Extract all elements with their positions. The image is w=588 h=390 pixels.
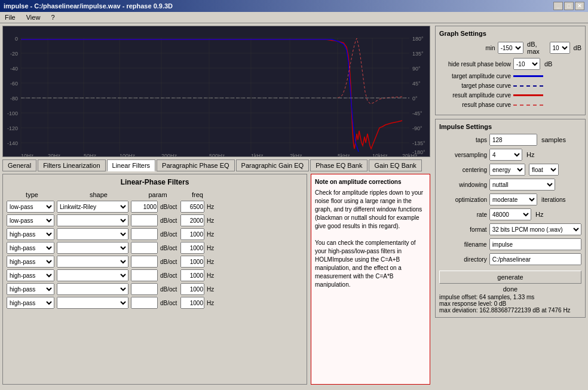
filter-shape-7[interactable]	[57, 297, 128, 309]
graph-max-select[interactable]: 10200	[550, 42, 570, 54]
col-header-type: type	[7, 191, 57, 198]
svg-text:-90°: -90°	[412, 125, 422, 131]
right-panel: Graph Settings min -150-100-80 dB, max 1…	[433, 23, 588, 387]
filter-freq-4[interactable]	[180, 256, 204, 268]
menu-help[interactable]: ?	[48, 13, 57, 22]
filter-param-7[interactable]	[131, 297, 158, 309]
svg-text:135°: 135°	[412, 51, 424, 57]
rate-select[interactable]: 480004410096000	[489, 208, 531, 220]
filter-type-6[interactable]: high-passlow-pass	[7, 283, 54, 295]
windowing-select[interactable]: nuttallblackmanhannrectangular	[489, 179, 555, 191]
filter-shape-6[interactable]	[57, 283, 128, 295]
filter-type-7[interactable]: high-passlow-pass	[7, 297, 54, 309]
filter-param-3[interactable]	[131, 242, 158, 254]
filter-freq-6[interactable]	[180, 283, 204, 295]
maximize-button[interactable]: □	[564, 2, 574, 10]
taps-input[interactable]	[489, 134, 537, 146]
graph-hide-select[interactable]: -10-20-30	[513, 58, 540, 70]
filter-param-1[interactable]	[131, 214, 158, 226]
filter-freq-7[interactable]	[180, 297, 204, 309]
versampling-select[interactable]: 4218	[489, 149, 522, 161]
graph-hide-unit: dB	[544, 60, 552, 67]
filters-header: type shape param freq	[7, 191, 303, 198]
filter-param-4[interactable]	[131, 256, 158, 268]
directory-input[interactable]	[489, 253, 581, 265]
filename-input[interactable]	[489, 238, 581, 250]
svg-text:-60: -60	[10, 81, 18, 87]
generate-button[interactable]: generate	[439, 271, 581, 284]
filter-type-0[interactable]: low-passhigh-pass	[7, 201, 54, 213]
centering-select1[interactable]: energypeakmanual	[489, 164, 525, 176]
graph-db-label2: dB	[574, 44, 581, 51]
filter-row-2: high-passlow-pass dB/oct Hz	[7, 228, 303, 240]
svg-text:10Hz: 10Hz	[21, 153, 34, 156]
centering-select2[interactable]: floatfixed	[529, 164, 559, 176]
tab-paragraphic-gain-eq[interactable]: Paragraphic Gain EQ	[236, 159, 310, 171]
filter-shape-4[interactable]	[57, 256, 128, 268]
format-select[interactable]: 32 bits LPCM mono (.wav)16 bits LPCM mon…	[489, 223, 581, 235]
svg-text:5kHz: 5kHz	[338, 153, 350, 156]
filter-param-5[interactable]	[131, 269, 158, 281]
svg-text:0: 0	[15, 36, 18, 42]
filter-param-2[interactable]	[131, 228, 158, 240]
graph-hide-row: hide result phase below -10-20-30 dB	[439, 58, 581, 70]
tab-general[interactable]: General	[2, 159, 36, 171]
filter-freq-3[interactable]	[180, 242, 204, 254]
filter-type-3[interactable]: high-passlow-pass	[7, 242, 54, 254]
tab-linear-filters[interactable]: Linear Filters	[107, 159, 156, 171]
filter-type-5[interactable]: high-passlow-pass	[7, 269, 54, 281]
taps-unit: samples	[541, 136, 566, 143]
filter-freq-2[interactable]	[180, 228, 204, 240]
impulse-settings-title: Impulse Settings	[439, 123, 581, 130]
svg-text:-40: -40	[10, 66, 18, 72]
bottom-area: Linear-Phase Filters type shape param fr…	[2, 174, 430, 385]
filter-type-4[interactable]: high-passlow-pass	[7, 256, 54, 268]
filter-row-5: high-passlow-pass dB/oct Hz	[7, 269, 303, 281]
filter-shape-3[interactable]	[57, 242, 128, 254]
filter-freq-0[interactable]	[180, 201, 204, 213]
main-content: 0 -20 -40 -60 -80 -100 -120 -140 180° 13…	[0, 23, 588, 387]
menu-file[interactable]: File	[2, 13, 18, 22]
optimization-select[interactable]: moderatelowhighnone	[489, 194, 537, 205]
status-line1: impulse offset: 64 samples, 1.33 ms	[439, 294, 581, 300]
filter-freq-unit-6: Hz	[207, 286, 216, 293]
filter-shape-5[interactable]	[57, 269, 128, 281]
menu-view[interactable]: View	[24, 13, 43, 22]
filter-type-2[interactable]: high-passlow-pass	[7, 228, 54, 240]
svg-text:45°: 45°	[412, 81, 421, 87]
rate-unit: Hz	[535, 211, 543, 218]
tab-paragraphic-phase-eq[interactable]: Paragraphic Phase EQ	[157, 159, 235, 171]
minimize-button[interactable]: _	[553, 2, 563, 10]
filter-shape-1[interactable]: Linkwitz-Riley	[57, 214, 128, 226]
svg-text:200Hz: 200Hz	[161, 153, 177, 156]
graph-target-phase-row: target phase curve	[439, 82, 581, 89]
filter-freq-unit-2: Hz	[207, 231, 216, 238]
filter-freq-unit-3: Hz	[207, 245, 216, 251]
graph-settings-panel: Graph Settings min -150-100-80 dB, max 1…	[435, 26, 586, 115]
filter-param-0[interactable]	[131, 201, 158, 213]
filter-type-1[interactable]: low-passhigh-pass	[7, 214, 54, 226]
filter-freq-1[interactable]	[180, 214, 204, 226]
versampling-label: versampling	[439, 152, 487, 158]
tab-phase-eq-bank[interactable]: Phase EQ Bank	[310, 159, 368, 171]
filter-freq-5[interactable]	[180, 269, 204, 281]
filter-row-6: high-passlow-pass dB/oct Hz	[7, 283, 303, 295]
svg-text:-20: -20	[10, 51, 18, 57]
filter-shape-0[interactable]: Linkwitz-RileyButterworth	[57, 201, 128, 213]
graph-target-amp-label: target amplitude curve	[439, 73, 511, 79]
graph-container: 0 -20 -40 -60 -80 -100 -120 -140 180° 13…	[2, 26, 430, 157]
rate-row: rate 480004410096000 Hz	[439, 208, 581, 220]
tab-filters-linearization[interactable]: Filters Linearization	[38, 159, 105, 171]
svg-text:20kHz: 20kHz	[402, 153, 418, 156]
filter-row-4: high-passlow-pass dB/oct Hz	[7, 256, 303, 268]
tab-gain-eq-bank[interactable]: Gain EQ Bank	[369, 159, 421, 171]
filter-unit-0: dB/oct	[160, 204, 178, 210]
filter-param-6[interactable]	[131, 283, 158, 295]
filter-freq-unit-5: Hz	[207, 272, 216, 279]
windowing-label: windowing	[439, 182, 487, 188]
graph-min-select[interactable]: -150-100-80	[498, 42, 523, 54]
filter-freq-unit-7: Hz	[207, 300, 216, 306]
status-line3: max deviation: 162.883687722139 dB at 74…	[439, 307, 581, 314]
close-button[interactable]: ✕	[575, 2, 584, 10]
filter-shape-2[interactable]	[57, 228, 128, 240]
